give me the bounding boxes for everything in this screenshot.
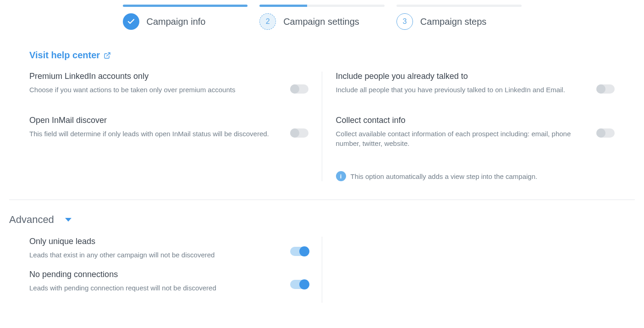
stepper: Campaign info 2 Campaign settings 3 Camp… — [123, 5, 522, 30]
setting-title: Collect contact info — [336, 116, 588, 125]
setting-text: No pending connections Leads with pendin… — [29, 270, 281, 293]
step-label: Campaign steps — [420, 17, 487, 27]
step-progress-bar — [123, 5, 248, 7]
campaign-wizard-page: Campaign info 2 Campaign settings 3 Camp… — [0, 0, 644, 317]
setting-title: No pending connections — [29, 270, 281, 279]
external-link-icon — [104, 52, 111, 59]
setting-desc: Leads that exist in any other campaign w… — [29, 250, 281, 260]
check-icon — [127, 17, 135, 26]
info-icon: i — [336, 171, 346, 181]
step-progress-bar — [259, 5, 385, 7]
setting-premium-only: Premium LinkedIn accounts only Choose if… — [29, 72, 308, 116]
setting-open-inmail: Open InMail discover This field will det… — [29, 116, 308, 144]
step-circle-upcoming: 3 — [396, 13, 413, 30]
step-row: 2 Campaign settings — [259, 13, 385, 30]
settings-grid: Premium LinkedIn accounts only Choose if… — [9, 72, 635, 181]
step-label: Campaign settings — [283, 17, 359, 27]
step-row: Campaign info — [123, 13, 248, 30]
setting-title: Only unique leads — [29, 237, 281, 246]
step-row: 3 Campaign steps — [396, 13, 522, 30]
advanced-grid: Only unique leads Leads that exist in an… — [9, 237, 635, 303]
setting-collect-contact: Collect contact info Collect available c… — [336, 116, 615, 169]
step-circle-active: 2 — [259, 13, 276, 30]
setting-title: Include people you already talked to — [336, 72, 588, 81]
toggle-knob — [290, 128, 299, 138]
setting-desc: Choose if you want actions to be taken o… — [29, 85, 281, 95]
help-center-label: Visit help center — [29, 50, 100, 61]
toggle-no-pending[interactable] — [290, 280, 308, 289]
settings-col-left: Premium LinkedIn accounts only Choose if… — [29, 72, 308, 181]
toggle-open-inmail[interactable] — [290, 128, 308, 138]
setting-text: Include people you already talked to Inc… — [336, 72, 588, 95]
setting-title: Open InMail discover — [29, 116, 281, 125]
help-center-link[interactable]: Visit help center — [29, 50, 111, 61]
toggle-knob — [299, 279, 309, 289]
toggle-knob — [596, 84, 605, 94]
info-note-row: i This option automatically adds a view … — [336, 169, 615, 181]
setting-desc: Collect available contact information of… — [336, 129, 588, 148]
svg-line-0 — [107, 53, 110, 56]
toggle-premium-only[interactable] — [290, 84, 308, 94]
toggle-knob — [596, 128, 605, 138]
advanced-col-right — [336, 237, 615, 303]
advanced-section-toggle[interactable]: Advanced — [9, 214, 72, 237]
info-note-text: This option automatically adds a view st… — [351, 172, 538, 180]
toggle-knob — [290, 84, 299, 94]
setting-text: Collect contact info Collect available c… — [336, 116, 588, 148]
setting-unique-leads: Only unique leads Leads that exist in an… — [29, 237, 308, 270]
setting-title: Premium LinkedIn accounts only — [29, 72, 281, 81]
step-campaign-info[interactable]: Campaign info — [123, 5, 248, 30]
advanced-col-left: Only unique leads Leads that exist in an… — [29, 237, 308, 303]
section-divider — [9, 200, 635, 200]
toggle-collect-contact[interactable] — [596, 128, 615, 138]
step-campaign-settings[interactable]: 2 Campaign settings — [259, 5, 385, 30]
toggle-knob — [299, 246, 309, 256]
setting-desc: Include all people that you have previou… — [336, 85, 588, 95]
step-campaign-steps[interactable]: 3 Campaign steps — [396, 5, 522, 30]
setting-text: Open InMail discover This field will det… — [29, 116, 281, 139]
setting-desc: Leads with pending connection request wi… — [29, 283, 281, 293]
setting-text: Premium LinkedIn accounts only Choose if… — [29, 72, 281, 95]
settings-col-right: Include people you already talked to Inc… — [336, 72, 615, 181]
step-label: Campaign info — [147, 17, 206, 27]
step-progress-bar — [396, 5, 522, 7]
toggle-include-talked[interactable] — [596, 84, 615, 94]
step-circle-completed — [123, 13, 139, 30]
setting-text: Only unique leads Leads that exist in an… — [29, 237, 281, 260]
setting-no-pending: No pending connections Leads with pendin… — [29, 270, 308, 303]
setting-desc: This field will determine if only leads … — [29, 129, 281, 139]
toggle-unique-leads[interactable] — [290, 247, 308, 256]
setting-include-talked: Include people you already talked to Inc… — [336, 72, 615, 116]
chevron-down-icon — [65, 218, 72, 222]
advanced-heading: Advanced — [9, 214, 54, 226]
